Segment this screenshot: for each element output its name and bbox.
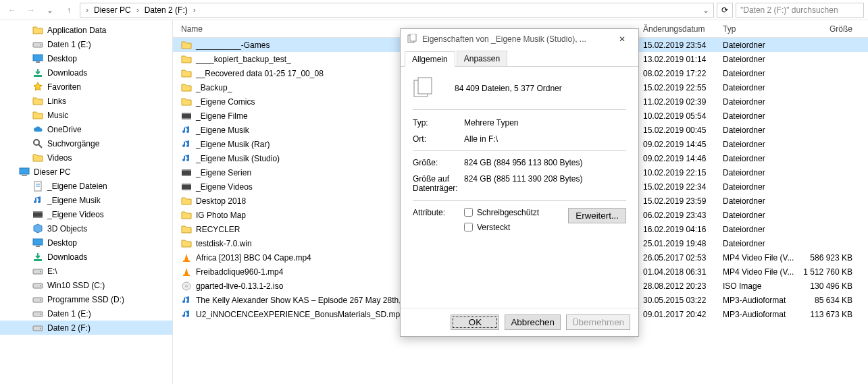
chevron-down-icon[interactable]: ⌄ [42, 2, 58, 18]
svg-rect-4 [34, 75, 42, 77]
folder-icon [32, 96, 43, 107]
checkbox-hidden[interactable] [464, 223, 473, 231]
music-icon [32, 195, 43, 206]
svg-point-23 [40, 299, 41, 300]
tree-item[interactable]: Desktop [0, 51, 172, 65]
file-name: _Eigene Musik (Studio) [196, 154, 280, 163]
folder-icon [32, 153, 43, 163]
tree-item[interactable]: Daten 1 (E:) [0, 37, 172, 51]
tree-item-label: Suchvorgänge [47, 139, 99, 148]
tree-item[interactable]: Programme SSD (D:) [0, 292, 172, 306]
video-icon [181, 182, 192, 192]
column-type[interactable]: Typ [723, 24, 802, 34]
forward-button[interactable]: → [23, 2, 39, 18]
folder-icon [181, 238, 192, 249]
documents-icon [407, 34, 417, 45]
tree-item[interactable]: OneDrive [0, 122, 172, 136]
file-date: 25.01.2019 19:48 [643, 239, 723, 248]
file-date: 01.04.2018 06:31 [643, 267, 723, 277]
tab-custom[interactable]: Anpassen [457, 51, 507, 66]
svg-rect-33 [182, 175, 191, 176]
svg-rect-42 [410, 34, 416, 41]
breadcrumb-pc[interactable]: Dieser PC [94, 5, 131, 15]
apply-button[interactable]: Übernehmen [566, 314, 630, 330]
file-date: 28.08.2012 20:23 [643, 281, 723, 291]
file-type: Dateiordner [723, 55, 802, 64]
drive-icon [32, 294, 43, 305]
file-size: 85 634 KB [802, 296, 861, 305]
tree-item[interactable]: _Eigene Videos [0, 207, 172, 221]
file-size: 1 512 760 KB [802, 267, 861, 277]
tree-item-label: Dieser PC [34, 167, 71, 177]
cloud-icon [32, 124, 43, 135]
file-name: gparted-live-0.13.1-2.iso [196, 281, 283, 291]
chevron-right-icon: › [193, 5, 196, 15]
tree-item[interactable]: Downloads [0, 250, 172, 264]
file-type: Dateiordner [723, 40, 802, 50]
vlc-icon [181, 252, 192, 263]
svg-rect-3 [36, 61, 40, 63]
tree-item[interactable]: Desktop [0, 236, 172, 250]
file-date: 15.02.2019 22:34 [643, 182, 723, 192]
tree-item[interactable]: Application Data [0, 23, 172, 37]
tree-item[interactable]: Downloads [0, 65, 172, 80]
drive-icon [32, 308, 43, 319]
breadcrumb[interactable]: › Dieser PC › Daten 2 (F:) › ⌄ [80, 3, 714, 18]
svg-point-27 [40, 327, 41, 329]
checkbox-readonly[interactable] [464, 208, 473, 217]
file-date: 10.02.2019 05:54 [643, 111, 723, 121]
cancel-button[interactable]: Abbrechen [505, 314, 560, 330]
svg-rect-37 [183, 260, 190, 262]
file-name: _Eigene Serien [196, 168, 251, 177]
ok-button[interactable]: OK [451, 314, 499, 330]
tree-item[interactable]: Music [0, 108, 172, 122]
svg-point-5 [34, 140, 39, 145]
column-size[interactable]: Größe [802, 24, 861, 34]
music-icon [181, 125, 192, 136]
up-button[interactable]: ↑ [61, 2, 77, 18]
svg-rect-36 [182, 189, 191, 190]
tree-item-label: Music [47, 111, 68, 120]
search-input[interactable]: "Daten 2 (F:)" durchsuchen [736, 3, 864, 18]
advanced-button[interactable]: Erweitert... [568, 208, 626, 223]
disc-icon [181, 281, 192, 292]
tree-item[interactable]: Suchvorgänge [0, 136, 172, 150]
back-button[interactable]: ← [4, 2, 20, 18]
value-location: Alle in F:\ [464, 134, 626, 144]
dialog-titlebar[interactable]: Eigenschaften von _Eigene Musik (Studio)… [401, 29, 638, 49]
tab-general[interactable]: Allgemein [405, 51, 455, 67]
refresh-button[interactable]: ⟳ [717, 3, 733, 18]
desktop-icon [32, 53, 43, 64]
file-name: _Eigene Videos [196, 182, 253, 192]
tree-item-label: Daten 1 (E:) [47, 40, 91, 49]
tree-item[interactable]: Favoriten [0, 80, 172, 94]
file-size: 586 923 KB [802, 253, 861, 263]
file-type: MP3-Audioformat [723, 310, 802, 319]
tree-item[interactable]: Links [0, 94, 172, 108]
address-dropdown-icon[interactable]: ⌄ [703, 5, 709, 15]
tree-item[interactable]: Daten 1 (E:) [0, 306, 172, 321]
drive-icon [32, 323, 43, 333]
navigation-tree[interactable]: Application DataDaten 1 (E:)DesktopDownl… [0, 20, 173, 384]
tree-item[interactable]: 3D Objects [0, 221, 172, 236]
file-date: 09.02.2019 14:45 [643, 140, 723, 149]
tree-item-label: Favoriten [47, 82, 81, 92]
file-date: 08.02.2019 17:22 [643, 69, 723, 78]
tree-item[interactable]: E:\ [0, 264, 172, 278]
tree-item[interactable]: _Eigene Musik [0, 193, 172, 207]
file-name: Desktop 2018 [196, 196, 246, 206]
tree-item[interactable]: Dieser PC [0, 165, 172, 179]
close-button[interactable]: ✕ [613, 32, 632, 47]
file-type: Dateiordner [723, 154, 802, 163]
file-name: __Recovered data 01-25 17_00_08 [196, 69, 324, 78]
breadcrumb-drive[interactable]: Daten 2 (F:) [145, 5, 188, 15]
folder-icon [181, 224, 192, 235]
tree-item-label: Win10 SSD (C:) [47, 281, 105, 290]
folder-icon [181, 68, 192, 79]
doc-icon [32, 181, 43, 192]
tree-item[interactable]: _Eigene Dateien [0, 179, 172, 193]
tree-item[interactable]: Videos [0, 150, 172, 165]
tree-item[interactable]: Daten 2 (F:) [0, 321, 172, 335]
column-date[interactable]: Änderungsdatum [643, 24, 723, 34]
tree-item[interactable]: Win10 SSD (C:) [0, 278, 172, 292]
